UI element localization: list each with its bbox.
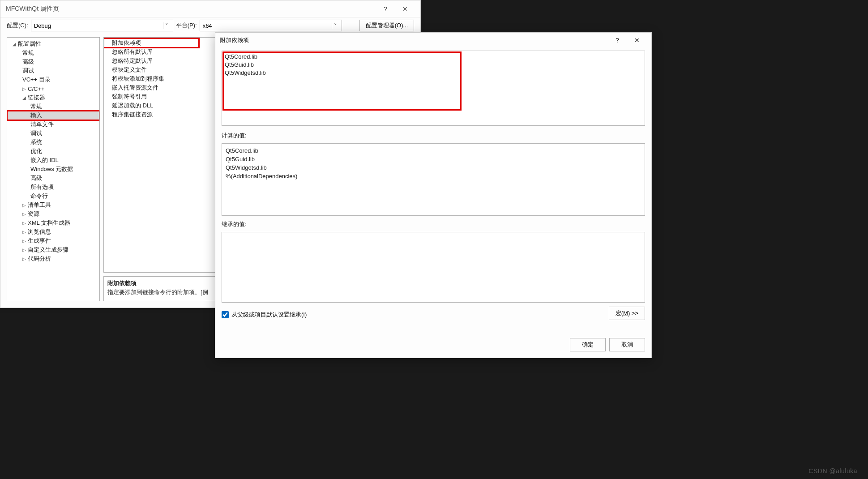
tree-item[interactable]: 优化 [7,147,99,156]
titlebar: MFCWithQt 属性页 ? ✕ [0,0,420,17]
close-button[interactable]: ✕ [395,2,415,16]
tree-item[interactable]: 所有选项 [7,183,99,192]
tree-item-linker[interactable]: ◢链接器 [7,93,99,102]
calc-line: Qt5Cored.lib [226,146,641,155]
tree-item[interactable]: 常规 [7,48,99,57]
tree-item[interactable]: ▷代码分析 [7,254,99,263]
chevron-down-icon: ˅ [332,22,339,29]
prop-row-additional-deps[interactable]: 附加依赖项 [104,38,199,47]
dialog-button-row: 确定 取消 [215,334,651,358]
tree-item-cpp[interactable]: ▷C/C++ [7,84,99,93]
tree-item[interactable]: ▷XML 文档生成器 [7,218,99,227]
config-toolbar: 配置(C): Debug ˅ 平台(P): x64 ˅ 配置管理器(O)... [0,17,420,34]
tree-item[interactable]: ▷自定义生成步骤 [7,245,99,254]
caret-down-icon: ◢ [21,95,27,100]
tree-item[interactable]: 系统 [7,138,99,147]
caret-down-icon: ◢ [12,42,17,47]
tree-item[interactable]: ▷资源 [7,210,99,218]
caret-right-icon: ▷ [21,86,27,91]
tree-root[interactable]: ◢配置属性 [7,39,99,48]
caret-right-icon: ▷ [21,203,27,208]
config-manager-label: 配置管理器(O)... [366,21,408,30]
tree-item[interactable]: Windows 元数据 [7,165,99,174]
caret-right-icon: ▷ [21,239,27,244]
help-button[interactable]: ? [607,34,627,47]
deps-edit-textarea[interactable] [222,51,645,126]
config-combo[interactable]: Debug ˅ [31,20,173,31]
calc-line: Qt5Guid.lib [226,155,641,163]
tree-item[interactable]: ▷生成事件 [7,236,99,245]
calculated-label: 计算的值: [222,132,645,140]
dialog-titlebar: 附加依赖项 ? ✕ [215,33,651,48]
tree-item[interactable]: 调试 [7,66,99,75]
tree-item[interactable]: 命令行 [7,192,99,201]
tree-item[interactable]: ▷清单工具 [7,201,99,210]
tree-item[interactable]: 调试 [7,129,99,138]
close-icon: ✕ [634,37,640,44]
dialog-title: 附加依赖项 [220,36,249,44]
watermark: CSDN @aluluka [808,467,857,475]
edit-dialog: 附加依赖项 ? ✕ 计算的值: Qt5Cored.lib Qt5Guid.lib… [215,32,652,358]
calc-line: Qt5Widgetsd.lib [226,163,641,172]
tree-item[interactable]: 嵌入的 IDL [7,156,99,165]
ok-button[interactable]: 确定 [570,338,606,351]
platform-label: 平台(P): [176,21,197,30]
close-button[interactable]: ✕ [627,34,647,47]
help-icon: ? [616,37,619,44]
caret-right-icon: ▷ [21,212,27,217]
config-tree[interactable]: ◢配置属性 常规 高级 调试 VC++ 目录 ▷C/C++ ◢链接器 常规 输入… [7,37,100,301]
caret-right-icon: ▷ [21,248,27,252]
config-label: 配置(C): [7,21,28,30]
tree-item[interactable]: VC++ 目录 [7,75,99,84]
calc-line: %(AdditionalDependencies) [226,172,641,180]
cancel-button[interactable]: 取消 [609,338,645,351]
calculated-values-box[interactable]: Qt5Cored.lib Qt5Guid.lib Qt5Widgetsd.lib… [222,143,645,216]
inherited-label: 继承的值: [222,220,645,228]
config-manager-button[interactable]: 配置管理器(O)... [359,20,414,31]
caret-right-icon: ▷ [21,257,27,261]
macros-button[interactable]: 宏(M) >> [609,307,645,320]
config-value: Debug [34,22,161,29]
caret-right-icon: ▷ [21,221,27,226]
inherit-checkbox[interactable] [222,311,229,318]
help-button[interactable]: ? [376,2,395,16]
inherit-checkbox-label: 从父级或项目默认设置继承(I) [231,311,307,319]
platform-combo[interactable]: x64 ˅ [200,20,342,31]
help-icon: ? [384,5,387,13]
caret-right-icon: ▷ [21,230,27,235]
tree-item[interactable]: 清单文件 [7,120,99,129]
tree-item[interactable]: 高级 [7,57,99,66]
tree-item[interactable]: 高级 [7,174,99,183]
chevron-down-icon: ˅ [163,22,170,29]
inherited-values-box[interactable] [222,232,645,303]
close-icon: ✕ [402,5,408,13]
window-title: MFCWithQt 属性页 [6,5,59,13]
tree-item[interactable]: 常规 [7,102,99,111]
platform-value: x64 [203,22,330,29]
tree-item[interactable]: ▷浏览信息 [7,227,99,236]
tree-item-selected[interactable]: 输入 [7,111,99,120]
